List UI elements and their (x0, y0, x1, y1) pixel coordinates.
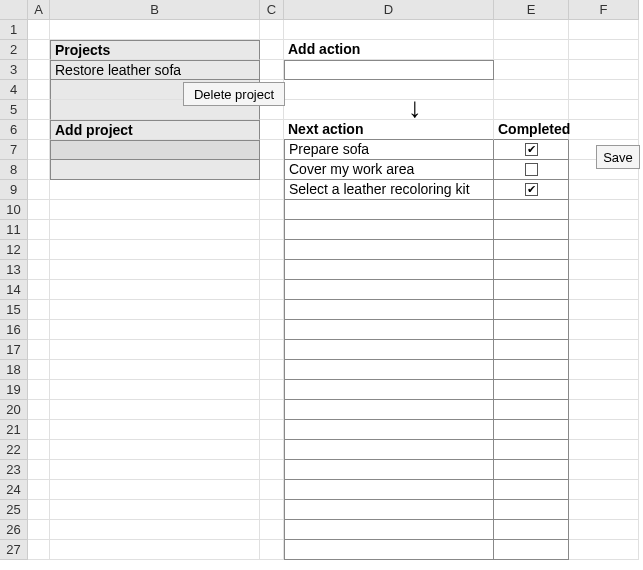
cell[interactable] (494, 40, 569, 60)
row-header-20[interactable]: 20 (0, 400, 28, 420)
cell[interactable] (28, 200, 50, 220)
cell[interactable] (569, 200, 639, 220)
cell[interactable] (569, 20, 639, 40)
add-action-label[interactable]: Add action (284, 40, 494, 60)
cell[interactable] (494, 360, 569, 380)
cell[interactable] (284, 200, 494, 220)
cell[interactable] (28, 520, 50, 540)
cell[interactable] (260, 200, 284, 220)
cell[interactable] (494, 260, 569, 280)
checkbox-icon[interactable]: ✔ (525, 143, 538, 156)
cell[interactable] (569, 220, 639, 240)
cell[interactable] (50, 400, 260, 420)
cell[interactable] (494, 100, 569, 120)
cell[interactable] (494, 20, 569, 40)
cell[interactable] (28, 320, 50, 340)
cell[interactable] (260, 460, 284, 480)
cell[interactable] (260, 240, 284, 260)
cell[interactable] (284, 540, 494, 560)
cell[interactable] (569, 480, 639, 500)
row-header-21[interactable]: 21 (0, 420, 28, 440)
cell[interactable] (50, 220, 260, 240)
cell[interactable] (260, 480, 284, 500)
cell[interactable] (494, 280, 569, 300)
cell[interactable] (28, 440, 50, 460)
cell[interactable] (284, 500, 494, 520)
cell[interactable] (494, 60, 569, 80)
projects-header[interactable]: Projects (50, 40, 260, 60)
cell[interactable] (260, 40, 284, 60)
cell[interactable] (569, 300, 639, 320)
cell[interactable] (28, 340, 50, 360)
col-header-a[interactable]: A (28, 0, 50, 20)
add-action-input[interactable] (284, 60, 494, 80)
cell[interactable] (260, 360, 284, 380)
cell[interactable] (28, 180, 50, 200)
row-header-14[interactable]: 14 (0, 280, 28, 300)
cell[interactable] (494, 440, 569, 460)
cell[interactable] (569, 80, 639, 100)
cell[interactable] (494, 340, 569, 360)
cell[interactable] (494, 240, 569, 260)
cell[interactable] (284, 320, 494, 340)
col-header-b[interactable]: B (50, 0, 260, 20)
row-header-22[interactable]: 22 (0, 440, 28, 460)
cell[interactable] (28, 160, 50, 180)
row-header-3[interactable]: 3 (0, 60, 28, 80)
cell[interactable] (28, 260, 50, 280)
cell[interactable] (494, 380, 569, 400)
delete-project-button[interactable]: Delete project (183, 82, 285, 106)
cell[interactable] (284, 340, 494, 360)
add-project-input[interactable] (50, 140, 260, 160)
row-header-7[interactable]: 7 (0, 140, 28, 160)
row-header-4[interactable]: 4 (0, 80, 28, 100)
cell[interactable] (569, 500, 639, 520)
row-header-24[interactable]: 24 (0, 480, 28, 500)
cell[interactable] (50, 300, 260, 320)
cell[interactable] (494, 200, 569, 220)
cell[interactable] (28, 60, 50, 80)
cell[interactable] (284, 460, 494, 480)
cell[interactable] (260, 440, 284, 460)
checkbox-icon[interactable]: ✔ (525, 183, 538, 196)
cell[interactable] (284, 20, 494, 40)
cell[interactable] (28, 40, 50, 60)
cell[interactable] (50, 20, 260, 40)
cell[interactable] (50, 420, 260, 440)
row-header-1[interactable]: 1 (0, 20, 28, 40)
cell[interactable] (569, 380, 639, 400)
cell[interactable] (569, 100, 639, 120)
cell[interactable] (569, 40, 639, 60)
row-header-23[interactable]: 23 (0, 460, 28, 480)
row-header-27[interactable]: 27 (0, 540, 28, 560)
row-header-13[interactable]: 13 (0, 260, 28, 280)
cell[interactable] (260, 180, 284, 200)
col-header-c[interactable]: C (260, 0, 284, 20)
select-all-corner[interactable] (0, 0, 28, 20)
cell[interactable] (28, 100, 50, 120)
cell[interactable] (569, 320, 639, 340)
cell[interactable] (569, 180, 639, 200)
row-header-26[interactable]: 26 (0, 520, 28, 540)
cell[interactable] (260, 220, 284, 240)
cell[interactable] (28, 420, 50, 440)
row-header-15[interactable]: 15 (0, 300, 28, 320)
cell[interactable] (28, 300, 50, 320)
cell[interactable] (50, 540, 260, 560)
cell[interactable] (569, 540, 639, 560)
cell[interactable] (284, 480, 494, 500)
cell[interactable] (494, 220, 569, 240)
cell[interactable] (284, 420, 494, 440)
cell[interactable] (569, 460, 639, 480)
cell[interactable] (494, 480, 569, 500)
cell[interactable] (284, 100, 494, 120)
cell[interactable] (494, 320, 569, 340)
cell[interactable] (494, 540, 569, 560)
cell[interactable] (284, 240, 494, 260)
cell[interactable] (28, 360, 50, 380)
cell[interactable] (260, 320, 284, 340)
row-header-19[interactable]: 19 (0, 380, 28, 400)
cell[interactable] (260, 260, 284, 280)
row-header-18[interactable]: 18 (0, 360, 28, 380)
row-header-16[interactable]: 16 (0, 320, 28, 340)
